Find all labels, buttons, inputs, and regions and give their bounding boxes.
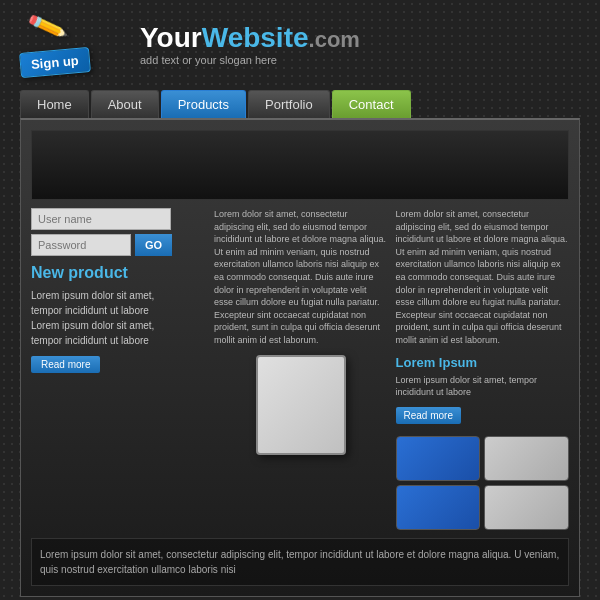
content-grid: GO New product Lorem ipsum dolor sit ame… [31, 208, 569, 530]
signup-badge: ✏️ Sign up [20, 10, 120, 80]
nav-contact[interactable]: Contact [332, 90, 411, 118]
short-description: Lorem ipsum dolor sit amet, tempor incid… [396, 374, 570, 399]
site-website: Website [202, 22, 309, 53]
thumbnail-grid [396, 436, 570, 530]
thumb-3 [396, 485, 481, 530]
left-column: GO New product Lorem ipsum dolor sit ame… [31, 208, 206, 530]
read-more-button[interactable]: Read more [31, 356, 100, 373]
username-input[interactable] [31, 208, 171, 230]
header: ✏️ Sign up YourWebsite.com add text or y… [0, 0, 600, 80]
site-name: YourWebsite.com [140, 24, 360, 52]
signup-button[interactable]: Sign up [19, 47, 91, 78]
go-button[interactable]: GO [135, 234, 172, 256]
site-your: Your [140, 22, 202, 53]
pencil-icon: ✏️ [25, 5, 69, 48]
bottom-section: Lorem ipsum dolor sit amet, consectetur … [31, 538, 569, 586]
page-background: ✏️ Sign up YourWebsite.com add text or y… [0, 0, 600, 600]
password-input[interactable] [31, 234, 131, 256]
middle-column: Lorem dolor sit amet, consectetur adipis… [214, 208, 388, 530]
site-slogan: add text or your slogan here [140, 54, 360, 66]
nav-portfolio[interactable]: Portfolio [248, 90, 330, 118]
right-lorem-text: Lorem dolor sit amet, consectetur adipis… [396, 208, 570, 347]
read-more-button-right[interactable]: Read more [396, 407, 461, 424]
thumb-2 [484, 436, 569, 481]
main-content: GO New product Lorem ipsum dolor sit ame… [20, 118, 580, 597]
product-image-wrapper [214, 355, 388, 455]
lorem-ipsum-title: Lorem Ipsum [396, 355, 570, 370]
site-dotcom: .com [309, 27, 360, 52]
password-row: GO [31, 234, 206, 256]
bottom-text: Lorem ipsum dolor sit amet, consectetur … [40, 547, 560, 577]
nav-about[interactable]: About [91, 90, 159, 118]
product-image [256, 355, 346, 455]
thumb-1 [396, 436, 481, 481]
nav-products[interactable]: Products [161, 90, 246, 118]
right-column: Lorem dolor sit amet, consectetur adipis… [396, 208, 570, 530]
nav-home[interactable]: Home [20, 90, 89, 118]
product-description: Lorem ipsum dolor sit amet, tempor incid… [31, 288, 206, 348]
site-title: YourWebsite.com add text or your slogan … [130, 24, 360, 66]
navigation: Home About Products Portfolio Contact [20, 90, 580, 118]
media-bar [31, 130, 569, 200]
mid-lorem-text: Lorem dolor sit amet, consectetur adipis… [214, 208, 388, 347]
thumb-4 [484, 485, 569, 530]
new-product-title: New product [31, 264, 206, 282]
